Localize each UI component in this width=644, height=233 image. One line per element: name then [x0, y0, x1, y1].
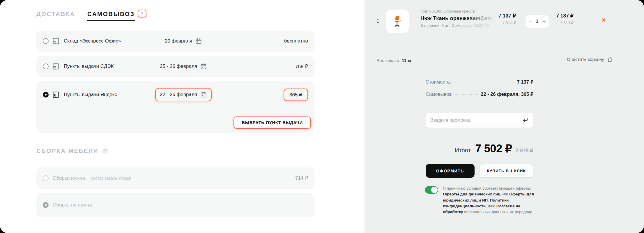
- qty-value: 1: [536, 19, 538, 24]
- delivery-option-label: Пункты выдачи Яндекс: [64, 92, 135, 98]
- checkout-button[interactable]: ОФОРМИТЬ: [426, 164, 475, 178]
- delivery-date: 20 февраля: [165, 38, 192, 44]
- cart-item-code: Код: 801386 Офисные кресла: [420, 9, 497, 13]
- assembly-option-needed[interactable]: Сборка нужна состав заказа сборки 714 ₽: [36, 167, 314, 189]
- radio-warehouse[interactable]: [43, 38, 49, 44]
- dotted-leader: [455, 94, 478, 95]
- cart-item-stock: В наличии: 3 шт. Самовывоз 22.02-26: [420, 23, 497, 28]
- legal-segment: ,: [488, 198, 490, 202]
- legal-segment: персональных данных и их передачу.: [463, 210, 532, 214]
- delivery-option-label: Пункты выдачи СДЭК: [64, 63, 135, 69]
- choose-pickup-point-button[interactable]: ВЫБРАТЬ ПУНКТ ВЫДАЧИ: [233, 116, 311, 129]
- warehouse-icon: [52, 63, 60, 70]
- summary-value: 22 - 26 февраля, 365 ₽: [481, 91, 533, 97]
- delivery-price: бесплатно: [231, 38, 308, 44]
- radio-yandex[interactable]: [43, 92, 49, 98]
- delivery-date-group: 22 - 26 февраля: [135, 88, 231, 101]
- total-value: 7 502 ₽: [475, 142, 512, 155]
- delivery-price-group: 365 ₽: [231, 89, 308, 101]
- remove-item-button[interactable]: ×: [602, 17, 606, 23]
- clear-cart-button[interactable]: Очистить корзину: [567, 56, 613, 62]
- cart-item-title[interactable]: Нюк Ткань оранжевая/Сетк: [420, 15, 497, 22]
- delivery-date: 25 - 26 февраля: [160, 63, 197, 69]
- delivery-panel: ДОСТАВКА САМОВЫВОЗ ? Склад «Экспресс Офи…: [0, 0, 365, 233]
- tab-pickup-wrap: САМОВЫВОЗ ?: [87, 10, 146, 21]
- summary-row-cost: Стоимость: 7 137 ₽: [426, 79, 533, 86]
- total-old-value: 7 878 ₽: [516, 147, 534, 154]
- enter-icon[interactable]: [522, 117, 529, 124]
- delivery-price: 768 ₽: [231, 63, 308, 70]
- radio-assembly-needed[interactable]: [43, 175, 49, 181]
- office-chair-image: [391, 15, 404, 28]
- order-summary: Стоимость: 7 137 ₽ Самовывоз: 22 - 26 фе…: [426, 79, 533, 104]
- line-old-total: 7 513 ₽: [544, 20, 574, 25]
- clear-cart-label: Очистить корзину: [567, 57, 604, 62]
- cart-panel: 1 Код: 801386 Офисные кресла Нюк Ткань о…: [365, 0, 644, 233]
- delivery-option-cdek[interactable]: Пункты выдачи СДЭК 25 - 26 февраля 768 ₽: [36, 56, 314, 77]
- summary-value: 7 137 ₽: [517, 79, 533, 85]
- cart-divider: [376, 39, 613, 39]
- delivery-date-group: 20 февраля: [135, 38, 231, 45]
- cta-buttons: ОФОРМИТЬ КУПИТЬ В 1 КЛИК: [426, 164, 533, 178]
- one-click-buy-button[interactable]: КУПИТЬ В 1 КЛИК: [479, 164, 533, 178]
- radio-assembly-not-needed[interactable]: [43, 202, 49, 208]
- warehouse-icon: [52, 91, 60, 98]
- order-total: Итого: 7 502 ₽ 7 878 ₽: [426, 142, 533, 155]
- trash-icon: [607, 56, 613, 62]
- legal-segment: Я принимаю условия соответствующей оферт…: [443, 186, 531, 190]
- promo-input[interactable]: [430, 118, 522, 123]
- toggle-knob: [431, 187, 438, 193]
- checkout-screen: ДОСТАВКА САМОВЫВОЗ ? Склад «Экспресс Офи…: [0, 0, 644, 233]
- assembly-option-label: Сборка не нужна: [53, 202, 92, 208]
- weight-value: 11 кг: [402, 58, 412, 63]
- cart-item-total-price: 7 137 ₽ 7 513 ₽: [544, 13, 574, 25]
- cart-item-image[interactable]: [386, 10, 409, 33]
- assembly-option-label: Сборка нужна: [53, 175, 85, 181]
- unit-old-price: 7 513 ₽: [487, 20, 516, 25]
- tab-pickup[interactable]: САМОВЫВОЗ: [87, 10, 135, 21]
- delivery-option-yandex[interactable]: Пункты выдачи Яндекс 22 - 26 февраля 365…: [36, 81, 314, 133]
- cart-item-unit-price: 7 137 ₽ 7 513 ₽: [487, 13, 516, 25]
- assembly-section-title: СБОРКА МЕБЕЛИ ?: [36, 147, 108, 154]
- delivery-option-label: Склад «Экспресс Офис»: [64, 38, 135, 44]
- assembly-option-row: Сборка нужна состав заказа сборки 714 ₽: [36, 167, 314, 189]
- weight-label: Вес заказа:: [376, 58, 400, 63]
- tab-delivery[interactable]: ДОСТАВКА: [36, 10, 75, 20]
- promo-code-box: [426, 113, 533, 128]
- cart-item-index: 1: [376, 18, 379, 24]
- assembly-title-text: СБОРКА МЕБЕЛИ: [36, 147, 98, 154]
- offer-individuals-link[interactable]: Оферты для физических лиц: [443, 192, 500, 196]
- delivery-option-warehouse[interactable]: Склад «Экспресс Офис» 20 февраля бесплат…: [36, 31, 314, 52]
- delivery-price: 365 ₽: [284, 89, 308, 101]
- assembly-option-not-needed[interactable]: Сборка не нужна: [36, 193, 314, 217]
- line-total: 7 137 ₽: [544, 13, 574, 19]
- legal-segment: , даю: [486, 204, 496, 208]
- calendar-icon: [195, 38, 202, 45]
- legal-consent: Я принимаю условия соответствующей оферт…: [425, 186, 539, 215]
- delivery-date-picker[interactable]: 22 - 26 февраля: [155, 88, 212, 101]
- pickup-help-badge[interactable]: ?: [138, 10, 146, 17]
- consent-toggle[interactable]: [425, 186, 438, 194]
- card-divider: [42, 108, 309, 108]
- delivery-option-row: Склад «Экспресс Офис» 20 февраля бесплат…: [36, 31, 314, 52]
- calendar-icon: [200, 91, 207, 98]
- order-weight: Вес заказа: 11 кг: [376, 58, 412, 63]
- assembly-option-row: Сборка не нужна: [36, 193, 314, 217]
- radio-cdek[interactable]: [43, 63, 49, 69]
- delivery-date-group: 25 - 26 февраля: [135, 63, 231, 70]
- legal-text: Я принимаю условия соответствующей оферт…: [443, 186, 535, 215]
- assembly-price: 714 ₽: [295, 175, 308, 181]
- delivery-option-row: Пункты выдачи СДЭК 25 - 26 февраля 768 ₽: [36, 56, 314, 77]
- qty-minus-button[interactable]: –: [529, 19, 531, 24]
- assembly-help-badge[interactable]: ?: [102, 148, 108, 154]
- summary-label: Стоимость:: [426, 79, 451, 85]
- assembly-order-contents-link[interactable]: состав заказа сборки: [91, 176, 131, 181]
- unit-price: 7 137 ₽: [487, 13, 516, 19]
- summary-label: Самовывоз:: [426, 91, 452, 97]
- warehouse-icon: [52, 37, 60, 45]
- delivery-date: 22 - 26 февраля: [160, 92, 197, 98]
- cart-item-info: Код: 801386 Офисные кресла Нюк Ткань ора…: [420, 9, 497, 28]
- dotted-leader: [454, 82, 514, 82]
- delivery-option-row: Пункты выдачи Яндекс 22 - 26 февраля 365…: [36, 81, 314, 108]
- delivery-tabs: ДОСТАВКА САМОВЫВОЗ ?: [36, 10, 146, 21]
